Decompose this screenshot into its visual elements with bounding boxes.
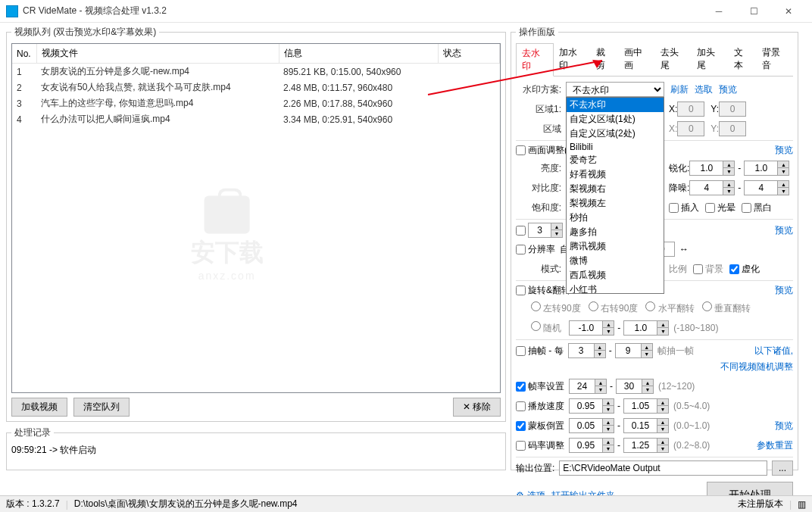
table-row[interactable]: 4什么办法可以把人瞬间逼疯.mp43.34 MB, 0:25.91, 540x9… — [12, 111, 500, 127]
sharpen2[interactable] — [744, 161, 777, 176]
statusbar: 版本 : 1.3.2.7 | D:\tools\桌面\视频\女朋友说的五分钟是多… — [0, 495, 812, 512]
scheme-label: 水印方案: — [516, 83, 561, 96]
tab-4[interactable]: 去头尾 — [655, 43, 692, 76]
tab-0[interactable]: 去水印 — [516, 43, 554, 76]
blur-check[interactable] — [729, 264, 739, 274]
bg-check[interactable] — [693, 264, 703, 274]
bitrate-check[interactable] — [516, 441, 526, 451]
scheme-select[interactable]: 不去水印 — [566, 82, 664, 97]
video-queue-panel: 视频队列 (双击预览水印&字幕效果) No. 视频文件 信息 状态 1女朋友说的… — [6, 26, 506, 422]
select-link[interactable]: 选取 — [695, 83, 713, 96]
x2-input — [677, 121, 704, 136]
denoise1[interactable] — [689, 180, 723, 195]
sharpen1[interactable] — [689, 161, 723, 176]
speed-check[interactable] — [516, 401, 526, 411]
x1-input — [677, 101, 704, 117]
rot-vflip[interactable] — [702, 301, 712, 311]
table-row[interactable]: 2女友说有50人给我点赞, 就送我个马可皮肤.mp42.48 MB, 0:11.… — [12, 80, 500, 95]
panel-legend: 操作面版 — [516, 26, 558, 39]
image-adjust-check[interactable] — [516, 145, 526, 155]
log-line: 09:59:21 -> 软件启动 — [11, 444, 501, 457]
col-no[interactable]: No. — [12, 44, 36, 64]
col-status[interactable]: 状态 — [438, 44, 500, 64]
image-adjust-label: 画面调整( — [528, 144, 567, 157]
dropdown-option[interactable]: 秒拍 — [567, 211, 664, 225]
tab-2[interactable]: 裁剪 — [591, 43, 619, 76]
app-icon — [6, 5, 18, 17]
dropdown-option[interactable]: 自定义区域(1处) — [567, 112, 664, 126]
dropdown-option[interactable]: 微博 — [567, 254, 664, 268]
watermark-logo: 安下载anxz.com — [191, 195, 264, 282]
dropdown-option[interactable]: 不去水印 — [567, 98, 664, 112]
dropdown-option[interactable]: 梨视频右 — [567, 182, 664, 196]
rot-right[interactable] — [589, 301, 598, 311]
load-video-button[interactable]: 加载视频 — [11, 398, 67, 417]
rot-random[interactable] — [531, 321, 541, 331]
window-title: CR VideMate - 视频综合处理 v1.3.2 — [23, 5, 167, 17]
y2-input — [719, 121, 746, 136]
tab-3[interactable]: 画中画 — [619, 43, 655, 76]
mask-check[interactable] — [516, 421, 526, 431]
rot-hflip[interactable] — [645, 301, 655, 311]
col-info[interactable]: 信息 — [279, 44, 438, 64]
refresh-link[interactable]: 刷新 — [670, 83, 689, 96]
video-table[interactable]: No. 视频文件 信息 状态 1女朋友说的五分钟是多久呢-new.mp4895.… — [11, 43, 501, 393]
unregistered-text: 未注册版本 — [738, 498, 783, 510]
path-text: D:\tools\桌面\视频\女朋友说的五分钟是多久呢-new.mp4 — [74, 498, 298, 510]
operation-panel: 操作面版 去水印加水印裁剪画中画去头尾加头尾文本背景音 水印方案: 不去水印 不… — [511, 26, 798, 470]
dropdown-option[interactable]: Bilibili — [567, 141, 664, 153]
image-preview[interactable]: 预览 — [775, 144, 793, 157]
version-text: 版本 : 1.3.2.7 — [6, 498, 60, 510]
notebook-icon[interactable]: ▥ — [798, 499, 806, 510]
tab-1[interactable]: 加水印 — [554, 43, 590, 76]
clear-queue-button[interactable]: 清空队列 — [73, 398, 130, 417]
scheme-dropdown[interactable]: 不去水印自定义区域(1处)自定义区域(2处)Bilibili爱奇艺好看视频梨视频… — [566, 97, 664, 294]
tab-7[interactable]: 背景音 — [757, 43, 793, 76]
fps-check[interactable] — [516, 382, 526, 392]
output-path[interactable] — [559, 460, 767, 476]
halo-check[interactable] — [705, 203, 715, 213]
insert-check[interactable] — [669, 203, 679, 213]
rotate-check[interactable] — [516, 286, 526, 295]
table-row[interactable]: 3汽车上的这些字母, 你知道意思吗.mp42.26 MB, 0:17.88, 5… — [12, 95, 500, 111]
browse-button[interactable]: ... — [772, 460, 793, 476]
dropdown-option[interactable]: 爱奇艺 — [567, 153, 664, 167]
tab-6[interactable]: 文本 — [729, 43, 757, 76]
frame-check[interactable] — [516, 346, 526, 356]
dropdown-option[interactable]: 好看视频 — [567, 167, 664, 182]
close-button[interactable]: ✕ — [771, 0, 806, 23]
log-panel: 处理记录 09:59:21 -> 软件启动 — [6, 426, 506, 470]
resolution-check[interactable] — [516, 245, 526, 254]
maximize-button[interactable]: ☐ — [736, 0, 771, 23]
remove-button[interactable]: ✕ 移除 — [453, 398, 501, 417]
y1-input — [719, 101, 746, 117]
aspect-input[interactable] — [528, 223, 551, 238]
bw-check[interactable] — [742, 203, 751, 213]
aspect-check[interactable] — [516, 226, 526, 236]
queue-legend: 视频队列 (双击预览水印&字幕效果) — [11, 26, 159, 39]
dropdown-option[interactable]: 自定义区域(2处) — [567, 126, 664, 141]
minimize-button[interactable]: ─ — [701, 0, 736, 23]
col-file[interactable]: 视频文件 — [36, 44, 279, 64]
dropdown-option[interactable]: 趣多拍 — [567, 225, 664, 239]
dropdown-option[interactable]: 梨视频左 — [567, 196, 664, 211]
denoise2[interactable] — [744, 180, 777, 195]
log-legend: 处理记录 — [11, 426, 54, 439]
area1-label: 区域1: — [516, 103, 561, 116]
rot-left[interactable] — [531, 301, 541, 311]
preview-link[interactable]: 预览 — [719, 83, 737, 96]
area2-label: 区域 — [516, 123, 561, 136]
dropdown-option[interactable]: 腾讯视频 — [567, 239, 664, 254]
tab-5[interactable]: 加头尾 — [692, 43, 728, 76]
dropdown-option[interactable]: 西瓜视频 — [567, 268, 664, 283]
table-row[interactable]: 1女朋友说的五分钟是多久呢-new.mp4895.21 KB, 0:15.00,… — [12, 64, 500, 80]
dropdown-option[interactable]: 小红书 — [567, 283, 664, 294]
